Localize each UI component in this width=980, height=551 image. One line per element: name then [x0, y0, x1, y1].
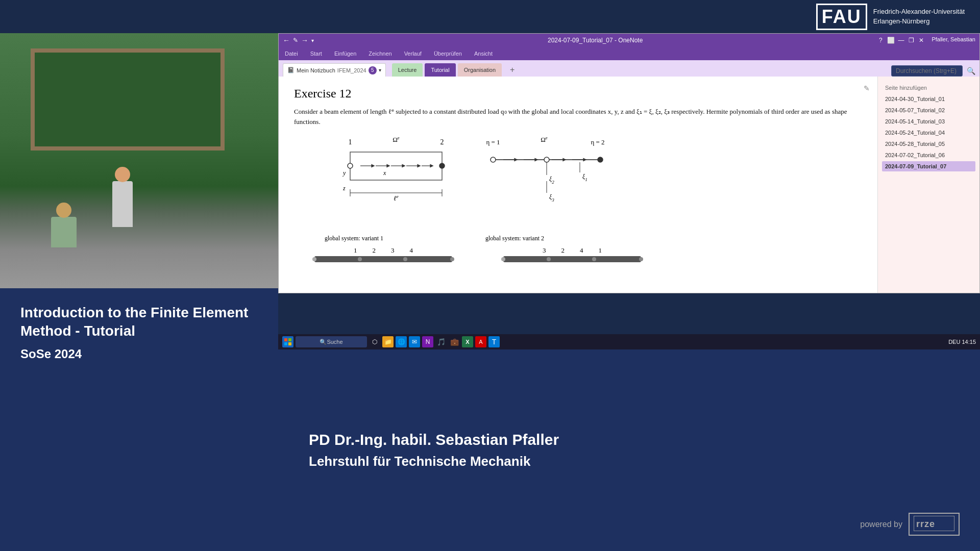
svg-text:y: y [342, 169, 346, 177]
menu-verlauf[interactable]: Verlauf [402, 49, 424, 58]
svg-text:1: 1 [349, 138, 352, 146]
svg-rect-35 [284, 338, 287, 341]
minimize-icon[interactable]: — [897, 36, 905, 44]
svg-point-5 [439, 163, 445, 168]
svg-point-4 [348, 163, 353, 168]
svg-text:2: 2 [440, 138, 444, 146]
search-bar-taskbar[interactable]: 🔍 Suche [296, 336, 367, 347]
page-item-02[interactable]: 2024-05-07_Tutorial_02 [882, 105, 975, 115]
svg-text:η = 1: η = 1 [486, 138, 500, 146]
taskbar: 🔍 Suche ⬡ 📁 🌐 ✉ N 🎵 💼 X A T DEU 14:15 [278, 334, 980, 349]
titlebar-buttons: ? ⬜ — ❐ ✕ Pfaller, Sebastian [876, 36, 975, 44]
window-title: 2024-07-09_Tutorial_07 - OneNote [548, 37, 643, 44]
app-icon-2[interactable]: 💼 [449, 336, 460, 347]
restore-icon[interactable]: ❐ [907, 36, 915, 44]
app-icon-1[interactable]: 🎵 [435, 336, 447, 347]
menu-start[interactable]: Start [308, 49, 324, 58]
v1-node1: 1 [354, 246, 357, 255]
fau-text: Friedrich-Alexander-Universität Erlangen… [873, 7, 965, 26]
back-icon[interactable]: ← [283, 36, 290, 44]
svg-text:x: x [383, 169, 386, 177]
exercise-diagram: 1 2 Ωe y x z [294, 134, 651, 226]
course-info-panel: Introduction to the Finite Element Metho… [0, 288, 278, 551]
taskview-icon[interactable]: ⬡ [369, 336, 380, 347]
search-input[interactable] [891, 65, 963, 77]
chevron-down-icon[interactable]: ▾ [379, 67, 381, 73]
page-item-03[interactable]: 2024-05-14_Tutorial_03 [882, 116, 975, 127]
svg-rect-37 [284, 342, 287, 345]
user-name: Pfaller, Sebastian [932, 36, 975, 44]
notebook-icon: 📓 [287, 67, 295, 73]
v2-node2: 2 [561, 246, 565, 255]
powered-by-text: powered by [860, 520, 902, 529]
explorer-icon[interactable]: 📁 [382, 336, 394, 347]
svg-point-24 [598, 157, 603, 162]
menu-zeichnen[interactable]: Zeichnen [366, 49, 394, 58]
student-figure [51, 217, 77, 247]
onenote-icon[interactable]: N [422, 336, 433, 347]
app-icon-3[interactable]: T [488, 336, 500, 347]
forward-icon[interactable]: → [301, 36, 308, 44]
excel-icon[interactable]: X [462, 336, 473, 347]
add-tab-button[interactable]: + [504, 63, 521, 77]
close-icon[interactable]: ✕ [917, 36, 925, 44]
browser-icon[interactable]: 🌐 [396, 336, 407, 347]
onenote-menubar: Datei Start Einfügen Zeichnen Verlauf Üb… [279, 47, 979, 60]
pen-icon[interactable]: ✎ [293, 37, 298, 44]
powered-by-section: powered by rrze [860, 513, 960, 536]
fau-logo: FAU Friedrich-Alexander-Universität Erla… [816, 4, 965, 30]
edit-icon[interactable]: ✎ [864, 84, 870, 92]
page-item-07[interactable]: 2024-07-09_Tutorial_07 [882, 161, 975, 171]
taskbar-time: DEU 14:15 [948, 339, 976, 345]
v2-node1: 1 [599, 246, 602, 255]
onenote-content: ✎ Exercise 12 Consider a beam element of… [279, 77, 877, 293]
page-item-06[interactable]: 2024-07-02_Tutorial_06 [882, 150, 975, 160]
pdf-icon[interactable]: A [475, 336, 486, 347]
fau-letters: FAU [816, 4, 867, 30]
svg-text:ξ3: ξ3 [549, 193, 554, 203]
mail-icon[interactable]: ✉ [409, 336, 420, 347]
svg-text:ξ2: ξ2 [549, 176, 554, 185]
onenote-main: ✎ Exercise 12 Consider a beam element of… [279, 77, 979, 293]
svg-rect-38 [288, 342, 291, 345]
start-button[interactable] [282, 336, 293, 347]
svg-text:ℓe: ℓe [394, 194, 398, 202]
svg-text:Ωe: Ωe [541, 135, 548, 143]
expand-icon[interactable]: ⬜ [887, 36, 895, 44]
exercise-text: Consider a beam element of length ℓᵉ sub… [294, 107, 862, 127]
menu-ansicht[interactable]: Ansicht [472, 49, 495, 58]
speaker-department: Lehrstuhl für Technische Mechanik [309, 454, 949, 469]
lecturer-head [115, 167, 130, 182]
v2-node4: 4 [580, 246, 583, 255]
student-head [56, 203, 71, 218]
page-item-01[interactable]: 2024-04-30_Tutorial_01 [882, 94, 975, 104]
svg-text:ξ1: ξ1 [582, 173, 587, 182]
menu-datei[interactable]: Datei [283, 49, 300, 58]
video-panel [0, 33, 278, 288]
add-page-button[interactable]: Seite hinzufügen [882, 83, 975, 93]
page-count: 5 [369, 66, 377, 74]
rrze-logo-svg: rrze [914, 516, 954, 531]
rrze-logo: rrze [909, 513, 960, 536]
search-icon[interactable]: 🔍 [967, 67, 975, 75]
svg-text:Ωe: Ωe [393, 135, 400, 143]
page-item-04[interactable]: 2024-05-24_Tutorial_04 [882, 128, 975, 138]
semester-label: SoSe 2024 [20, 347, 258, 361]
help-icon[interactable]: ? [876, 36, 885, 44]
onenote-window: ← ✎ → ▾ 2024-07-09_Tutorial_07 - OneNote… [278, 33, 980, 293]
tab-lecture[interactable]: Lecture [392, 63, 423, 77]
lecturer-figure [112, 181, 133, 227]
svg-text:rrze: rrze [916, 519, 935, 529]
down-icon[interactable]: ▾ [311, 38, 314, 43]
blackboard [31, 48, 225, 151]
page-item-05[interactable]: 2024-05-28_Tutorial_05 [882, 139, 975, 149]
tab-tutorial[interactable]: Tutorial [425, 63, 455, 77]
menu-ueberpruefen[interactable]: Überprüfen [432, 49, 464, 58]
notebook-button[interactable]: 📓 Mein Notizbuch IFEM_2024 5 ▾ [283, 63, 386, 77]
menu-einfuegen[interactable]: Einfügen [332, 49, 358, 58]
svg-text:η = 2: η = 2 [591, 138, 604, 146]
tab-organisation[interactable]: Organisation [458, 63, 502, 77]
svg-point-22 [491, 157, 496, 162]
svg-point-23 [544, 157, 549, 162]
onenote-sidebar: Seite hinzufügen 2024-04-30_Tutorial_01 … [877, 77, 979, 293]
